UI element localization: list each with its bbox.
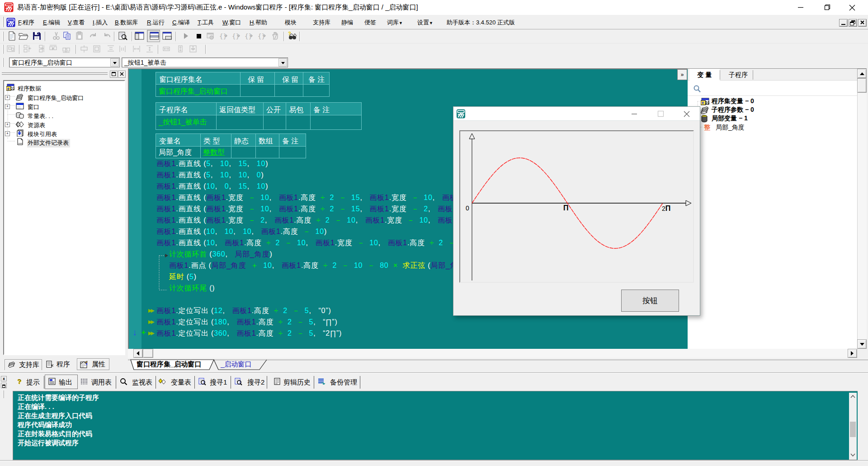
svg-text:{}: {} bbox=[219, 33, 227, 40]
svg-text:e: e bbox=[7, 86, 9, 91]
svg-text:{}: {} bbox=[232, 33, 240, 40]
svg-text:{}: {} bbox=[245, 33, 252, 40]
svg-text:?: ? bbox=[17, 378, 21, 385]
svg-text:e: e bbox=[702, 100, 704, 105]
svg-text:{}: {} bbox=[258, 33, 265, 40]
